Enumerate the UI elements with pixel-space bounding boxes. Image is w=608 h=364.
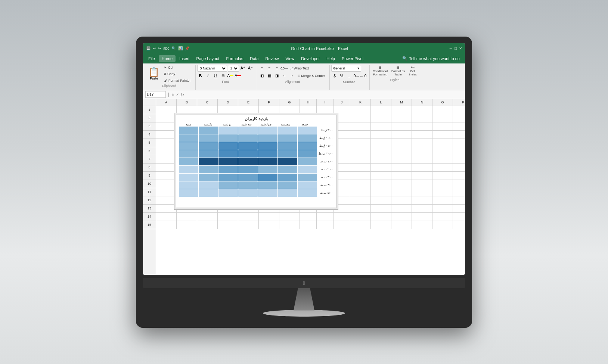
col-header-p[interactable]: P bbox=[453, 99, 465, 106]
hm-cell[interactable] bbox=[238, 174, 258, 181]
cell-n1[interactable] bbox=[412, 106, 432, 114]
bold-button[interactable]: B bbox=[197, 72, 204, 79]
format-as-table-button[interactable]: ▦ Format asTable bbox=[390, 65, 406, 77]
font-color-button[interactable]: A bbox=[235, 72, 241, 79]
align-left-button[interactable]: ◧ bbox=[259, 72, 266, 79]
menu-developer[interactable]: Developer bbox=[298, 55, 323, 62]
paste-button[interactable]: 📋 Paste bbox=[146, 67, 162, 81]
hm-cell[interactable] bbox=[238, 127, 258, 134]
comma-button[interactable]: , bbox=[345, 73, 352, 80]
hm-cell[interactable] bbox=[278, 127, 297, 134]
insert-function-icon[interactable]: ƒx bbox=[180, 93, 184, 97]
menu-help[interactable]: Help bbox=[323, 55, 338, 62]
confirm-formula-icon[interactable]: ✓ bbox=[176, 93, 179, 97]
hm-cell[interactable] bbox=[278, 181, 297, 189]
cell-a1[interactable] bbox=[156, 106, 177, 114]
cell-k1[interactable] bbox=[350, 106, 371, 114]
hm-cell[interactable] bbox=[199, 142, 218, 150]
row-2[interactable]: 2 bbox=[143, 114, 156, 122]
row-1[interactable]: 1 bbox=[143, 106, 156, 114]
align-top-left-button[interactable]: ≡ bbox=[259, 65, 266, 72]
cell-m2[interactable] bbox=[391, 114, 412, 122]
decrease-font-button[interactable]: A⁻ bbox=[247, 65, 254, 72]
menu-view[interactable]: View bbox=[283, 55, 298, 62]
hm-cell[interactable] bbox=[298, 181, 317, 189]
cell-o2[interactable] bbox=[432, 114, 453, 122]
indent-decrease-button[interactable]: ← bbox=[281, 72, 288, 79]
merge-center-button[interactable]: ⊞ Merge & Center bbox=[296, 73, 327, 78]
col-header-i[interactable]: I bbox=[317, 99, 334, 106]
hm-cell[interactable] bbox=[298, 189, 317, 197]
close-icon[interactable]: ✕ bbox=[459, 46, 462, 50]
col-header-m[interactable]: M bbox=[391, 99, 412, 106]
col-header-h[interactable]: H bbox=[300, 99, 317, 106]
col-header-n[interactable]: N bbox=[412, 99, 432, 106]
hm-cell[interactable] bbox=[298, 127, 317, 134]
hm-cell[interactable] bbox=[278, 134, 297, 142]
hm-cell[interactable] bbox=[238, 189, 258, 197]
increase-decimal-button[interactable]: .0→ bbox=[353, 73, 359, 80]
row-7[interactable]: 7 bbox=[143, 155, 156, 164]
tell-me-input[interactable]: 🔍 Tell me what you want to do bbox=[399, 55, 463, 62]
hm-cell[interactable] bbox=[199, 158, 218, 165]
row-14[interactable]: 14 bbox=[143, 213, 156, 221]
cell-m1[interactable] bbox=[391, 106, 412, 114]
col-header-j[interactable]: J bbox=[334, 99, 350, 106]
row-13[interactable]: 13 bbox=[143, 205, 156, 213]
hm-cell[interactable] bbox=[199, 134, 218, 142]
hm-cell[interactable] bbox=[238, 181, 258, 189]
hm-cell[interactable] bbox=[258, 181, 277, 189]
col-header-f[interactable]: F bbox=[259, 99, 279, 106]
menu-pagelayout[interactable]: Page Layout bbox=[193, 55, 223, 62]
menu-file[interactable]: File bbox=[145, 55, 158, 62]
hm-cell[interactable] bbox=[258, 174, 277, 181]
chart-icon[interactable]: 📊 bbox=[178, 46, 183, 50]
cell-a2[interactable] bbox=[156, 114, 177, 122]
cut-button[interactable]: ✂ Cut bbox=[162, 65, 192, 70]
pin-icon[interactable]: 📌 bbox=[185, 46, 189, 50]
italic-button[interactable]: I bbox=[205, 72, 211, 79]
hm-cell[interactable] bbox=[278, 189, 297, 197]
conditional-formatting-button[interactable]: ▦ ConditionalFormatting bbox=[371, 65, 389, 77]
wrap-text-button[interactable]: ⇌ Wrap Text bbox=[289, 66, 310, 71]
cell-l2[interactable] bbox=[371, 114, 391, 122]
hm-cell[interactable] bbox=[278, 142, 297, 150]
hm-cell[interactable] bbox=[218, 174, 238, 181]
col-header-a[interactable]: A bbox=[156, 99, 177, 106]
col-header-d[interactable]: D bbox=[218, 99, 238, 106]
cell-styles-button[interactable]: Aa CellStyles bbox=[407, 65, 418, 77]
format-painter-button[interactable]: 🖌 Format Painter bbox=[162, 78, 192, 83]
hm-cell[interactable] bbox=[238, 150, 258, 158]
align-top-right-button[interactable]: ≡ bbox=[274, 65, 280, 72]
increase-font-button[interactable]: A⁺ bbox=[240, 65, 246, 72]
hm-cell[interactable] bbox=[179, 150, 198, 158]
row-4[interactable]: 4 bbox=[143, 131, 156, 139]
search-icon[interactable]: 🔍 bbox=[171, 46, 176, 50]
formula-input[interactable] bbox=[187, 91, 463, 98]
row-9[interactable]: 9 bbox=[143, 172, 156, 180]
hm-cell[interactable] bbox=[278, 150, 297, 158]
col-header-c[interactable]: C bbox=[197, 99, 218, 106]
col-header-o[interactable]: O bbox=[432, 99, 453, 106]
font-size-select[interactable]: 14 bbox=[228, 65, 239, 72]
hm-cell[interactable] bbox=[199, 127, 218, 134]
hm-cell[interactable] bbox=[258, 134, 277, 142]
underline-button[interactable]: U bbox=[212, 72, 219, 79]
col-header-g[interactable]: G bbox=[279, 99, 300, 106]
text-direction-button[interactable]: ab→ bbox=[281, 65, 288, 72]
row-8[interactable]: 8 bbox=[143, 164, 156, 172]
col-header-l[interactable]: L bbox=[371, 99, 391, 106]
decrease-decimal-button[interactable]: ←.0 bbox=[360, 73, 366, 80]
hm-cell[interactable] bbox=[199, 166, 218, 173]
menu-data[interactable]: Data bbox=[247, 55, 261, 62]
cancel-formula-icon[interactable]: ✕ bbox=[171, 93, 174, 97]
spelling-icon[interactable]: abc bbox=[163, 46, 169, 50]
hm-cell[interactable] bbox=[218, 181, 238, 189]
hm-cell[interactable] bbox=[258, 158, 277, 165]
cell-n2[interactable] bbox=[412, 114, 432, 122]
align-center-button[interactable]: ▦ bbox=[266, 72, 273, 79]
row-3[interactable]: 3 bbox=[143, 122, 156, 131]
hm-cell[interactable] bbox=[278, 174, 297, 181]
cell-p1[interactable] bbox=[453, 106, 465, 114]
undo-icon[interactable]: ↩ bbox=[153, 46, 156, 50]
